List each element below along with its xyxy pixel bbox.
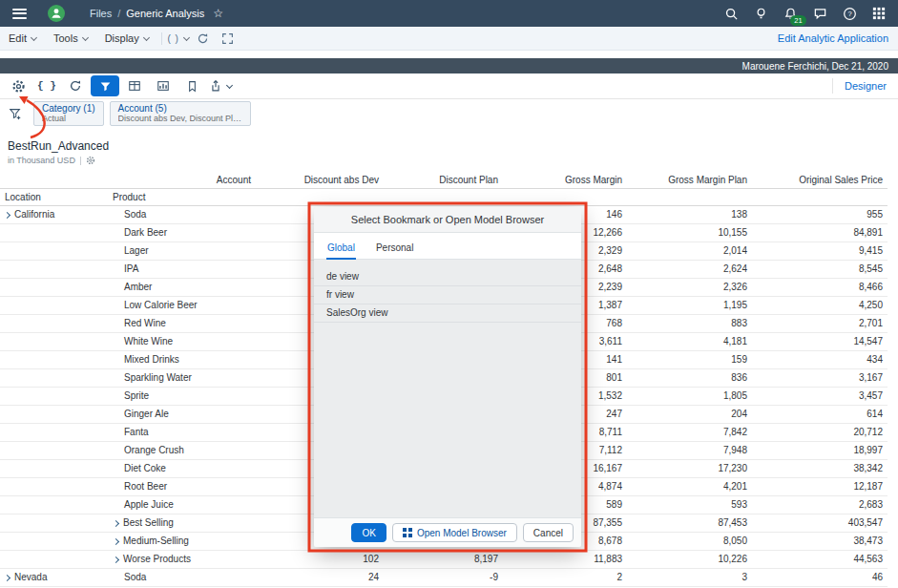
product-cell[interactable]: Apple Juice	[108, 496, 256, 514]
value-cell[interactable]: 3,457	[752, 388, 888, 405]
app-finder-grid-icon[interactable]	[867, 3, 890, 24]
value-cell[interactable]: 2,014	[627, 242, 752, 260]
product-cell[interactable]: Orange Crush	[108, 442, 256, 459]
location-cell[interactable]: Nevada	[0, 569, 108, 586]
column-header-discount-plan[interactable]: Discount Plan	[384, 172, 503, 188]
product-cell[interactable]: Best Selling	[108, 514, 256, 532]
refresh-data-button[interactable]	[62, 75, 89, 96]
product-cell[interactable]: Sparkling Water	[108, 369, 256, 387]
value-cell[interactable]: 138	[627, 206, 752, 223]
export-button[interactable]	[207, 75, 234, 96]
value-cell[interactable]: 7,948	[627, 442, 752, 459]
display-menu[interactable]: Display	[96, 27, 157, 50]
value-cell[interactable]: 4,201	[627, 478, 752, 495]
value-cell[interactable]: 46	[752, 569, 888, 586]
value-cell[interactable]: 8,197	[384, 551, 503, 568]
value-cell[interactable]: 1,805	[627, 388, 752, 405]
search-icon[interactable]	[720, 3, 742, 24]
value-cell[interactable]: -9	[384, 569, 503, 586]
product-cell[interactable]: Sprite	[108, 388, 256, 405]
value-cell[interactable]: 614	[752, 406, 888, 423]
fit-screen-icon[interactable]	[216, 27, 240, 50]
refresh-icon[interactable]	[191, 27, 216, 50]
value-cell[interactable]: 20,712	[752, 424, 888, 441]
product-header[interactable]: Product	[108, 189, 256, 205]
value-cell[interactable]: 24	[256, 569, 384, 586]
value-cell[interactable]: 2,701	[752, 315, 888, 332]
value-cell[interactable]: 434	[752, 351, 888, 368]
product-cell[interactable]: Diet Coke	[108, 460, 256, 477]
value-cell[interactable]: 159	[627, 351, 752, 368]
column-header-gross-margin[interactable]: Gross Margin	[503, 172, 627, 188]
product-cell[interactable]: Mixed Drinks	[108, 351, 256, 368]
value-cell[interactable]: 8,050	[627, 533, 752, 550]
value-cell[interactable]: 4,181	[627, 333, 752, 350]
column-header-gross-margin-plan[interactable]: Gross Margin Plan	[627, 172, 752, 188]
value-cell[interactable]: 12,187	[752, 478, 888, 495]
column-header-original-sales-price[interactable]: Original Sales Price	[752, 172, 888, 188]
expand-chevron-icon[interactable]	[4, 211, 10, 218]
account-dimension-header[interactable]: Account	[108, 172, 256, 188]
ok-button[interactable]: OK	[351, 523, 386, 542]
value-cell[interactable]: 18,997	[752, 442, 888, 459]
table-view-button[interactable]	[121, 75, 148, 96]
value-cell[interactable]: 11,883	[503, 551, 627, 568]
bookmark-button[interactable]	[178, 75, 205, 96]
value-cell[interactable]: 7,842	[627, 424, 752, 441]
value-cell[interactable]: 593	[627, 496, 752, 514]
tab-global[interactable]: Global	[326, 242, 356, 260]
product-cell[interactable]: Red Wine	[108, 315, 256, 332]
product-cell[interactable]: IPA	[108, 261, 256, 278]
expand-chevron-icon[interactable]	[113, 556, 119, 562]
product-cell[interactable]: Dark Beer	[108, 224, 256, 242]
value-cell[interactable]: 8,466	[752, 279, 888, 296]
value-cell[interactable]: 3	[627, 569, 752, 586]
notifications-bell-icon[interactable]: 21	[779, 3, 802, 24]
value-cell[interactable]: 836	[627, 369, 752, 387]
bookmark-item-fr-view[interactable]: fr view	[314, 286, 581, 304]
filter-chip-category[interactable]: Category (1) Actual	[33, 101, 104, 126]
value-cell[interactable]: 1,195	[627, 297, 752, 314]
value-cell[interactable]: 403,547	[752, 514, 888, 532]
favorite-star-icon[interactable]: ☆	[213, 8, 223, 19]
bookmark-item-de-view[interactable]: de view	[314, 268, 581, 286]
product-cell[interactable]: White Wine	[108, 333, 256, 350]
menu-icon[interactable]	[12, 9, 27, 19]
value-cell[interactable]: 38,342	[752, 460, 888, 477]
value-cell[interactable]: 38,473	[752, 533, 888, 550]
product-cell[interactable]: Fanta	[108, 424, 256, 441]
tools-menu[interactable]: Tools	[45, 27, 96, 50]
chart-view-button[interactable]	[150, 75, 177, 96]
bookmark-item-salesorg-view[interactable]: SalesOrg view	[314, 304, 581, 323]
edit-menu[interactable]: Edit	[0, 27, 45, 50]
open-model-browser-button[interactable]: Open Model Browser	[392, 523, 517, 542]
breadcrumb-files[interactable]: Files	[90, 8, 112, 19]
cancel-button[interactable]: Cancel	[523, 523, 574, 542]
widget-settings-gear-icon[interactable]	[86, 156, 95, 165]
value-cell[interactable]: 17,230	[627, 460, 752, 477]
value-cell[interactable]: 87,453	[627, 514, 752, 532]
value-cell[interactable]: 8,545	[752, 261, 888, 278]
value-cell[interactable]: 204	[627, 406, 752, 423]
product-cell[interactable]: Medium-Selling	[108, 533, 256, 550]
value-cell[interactable]: 10,226	[627, 551, 752, 568]
value-cell[interactable]: 9,415	[752, 242, 888, 260]
value-cell[interactable]: 2,683	[752, 496, 888, 514]
value-cell[interactable]: 102	[256, 551, 384, 568]
discussions-chat-icon[interactable]	[808, 3, 831, 24]
value-cell[interactable]: 955	[752, 206, 888, 223]
value-cell[interactable]: 84,891	[752, 224, 888, 242]
designer-toggle[interactable]: Designer	[832, 78, 898, 94]
product-cell[interactable]: Amber	[108, 279, 256, 296]
value-cell[interactable]: 3,167	[752, 369, 888, 387]
value-cell[interactable]: 2,326	[627, 279, 752, 296]
value-cell[interactable]: 10,155	[627, 224, 752, 242]
value-cell[interactable]: 2	[503, 569, 627, 586]
value-cell[interactable]: 2,624	[627, 261, 752, 278]
sap-logo-avatar[interactable]	[48, 5, 65, 22]
settings-gear-button[interactable]	[5, 75, 31, 96]
tab-personal[interactable]: Personal	[375, 242, 414, 259]
product-cell[interactable]: Soda	[108, 569, 256, 586]
column-header-discount-abs-dev[interactable]: Discount abs Dev	[256, 172, 384, 188]
add-filter-funnel-icon[interactable]	[3, 103, 28, 124]
